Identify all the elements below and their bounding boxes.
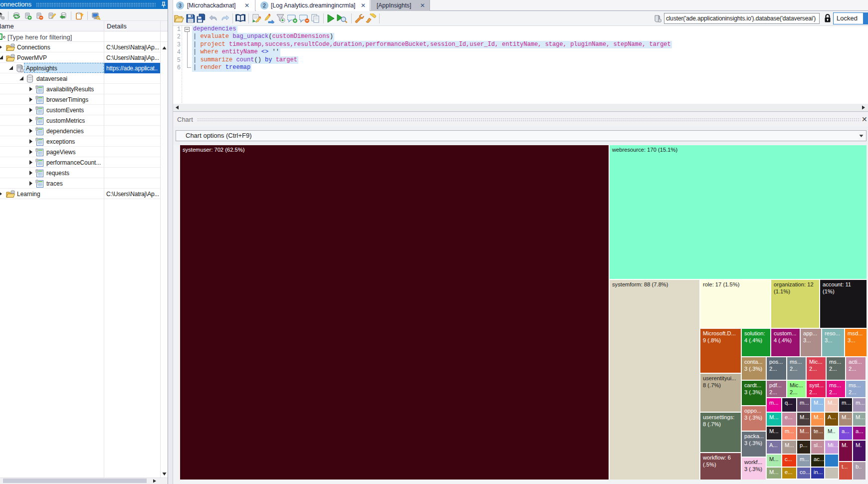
svg-text:c: c: [3, 34, 5, 39]
